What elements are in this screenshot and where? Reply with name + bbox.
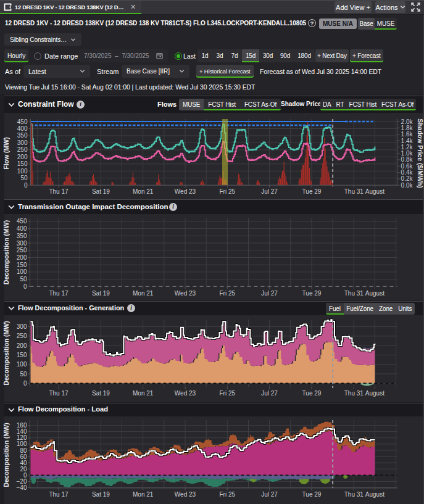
svg-text:Sat 19: Sat 19 <box>92 188 110 195</box>
svg-text:1.6k: 1.6k <box>401 131 414 138</box>
svg-text:100: 100 <box>17 440 27 447</box>
svg-text:Mon 21: Mon 21 <box>133 290 154 297</box>
svg-text:Fri 25: Fri 25 <box>220 390 236 397</box>
svg-text:Fri 25: Fri 25 <box>220 491 236 498</box>
svg-text:150: 150 <box>17 262 27 268</box>
svg-text:0.8k: 0.8k <box>401 156 414 163</box>
svg-text:Sat 19: Sat 19 <box>92 290 110 297</box>
svg-text:60: 60 <box>20 453 27 460</box>
svg-text:80: 80 <box>20 447 27 454</box>
svg-text:August: August <box>365 390 385 397</box>
svg-text:Jul 27: Jul 27 <box>261 491 278 498</box>
svg-text:August: August <box>365 290 385 297</box>
svg-text:Thu 17: Thu 17 <box>49 290 69 297</box>
svg-text:August: August <box>365 491 385 498</box>
svg-text:Mon 21: Mon 21 <box>133 491 154 498</box>
svg-text:Thu 17: Thu 17 <box>49 491 69 498</box>
svg-text:100: 100 <box>17 361 27 368</box>
svg-text:−20: −20 <box>17 478 27 485</box>
svg-text:Mon 21: Mon 21 <box>133 188 154 195</box>
svg-text:1.0k: 1.0k <box>401 150 414 157</box>
svg-text:140: 140 <box>17 428 27 435</box>
svg-text:Thu 31: Thu 31 <box>344 491 364 498</box>
svg-text:400: 400 <box>17 225 27 232</box>
svg-text:Flow (MW): Flow (MW) <box>2 137 10 169</box>
svg-text:Wed 23: Wed 23 <box>175 491 196 498</box>
svg-text:100: 100 <box>17 168 28 175</box>
svg-text:100: 100 <box>17 268 27 275</box>
svg-text:40: 40 <box>20 460 27 466</box>
svg-text:Thu 17: Thu 17 <box>49 390 69 397</box>
svg-text:Jul 27: Jul 27 <box>261 188 278 195</box>
svg-text:200: 200 <box>17 254 27 261</box>
svg-text:Thu 31: Thu 31 <box>344 390 364 397</box>
svg-text:1.4k: 1.4k <box>401 138 414 144</box>
svg-text:20: 20 <box>20 466 27 473</box>
svg-text:1.2k: 1.2k <box>401 144 414 151</box>
svg-text:August: August <box>365 188 385 195</box>
svg-text:1.8k: 1.8k <box>401 125 414 131</box>
svg-text:Thu 31: Thu 31 <box>344 290 364 297</box>
svg-text:Fri 25: Fri 25 <box>220 290 236 297</box>
svg-text:350: 350 <box>17 233 27 239</box>
svg-text:Decomposition (MW): Decomposition (MW) <box>2 321 10 385</box>
svg-text:0: 0 <box>23 472 27 479</box>
svg-text:Mon 21: Mon 21 <box>133 390 154 397</box>
svg-text:0.6k: 0.6k <box>401 163 414 170</box>
svg-text:0: 0 <box>24 182 28 189</box>
svg-text:Wed 23: Wed 23 <box>175 390 196 397</box>
svg-text:Sat 19: Sat 19 <box>92 390 110 397</box>
svg-text:Decomposition (MW): Decomposition (MW) <box>2 423 10 487</box>
svg-text:50: 50 <box>20 371 27 378</box>
svg-text:0: 0 <box>23 380 27 387</box>
svg-text:300: 300 <box>17 139 28 146</box>
svg-text:300: 300 <box>17 240 27 247</box>
svg-text:300: 300 <box>17 323 27 330</box>
svg-text:0.2k: 0.2k <box>401 175 414 182</box>
svg-text:350: 350 <box>17 132 28 139</box>
svg-text:Wed 23: Wed 23 <box>175 188 196 195</box>
svg-text:250: 250 <box>17 333 27 339</box>
svg-text:2.0k: 2.0k <box>401 118 414 125</box>
svg-text:Thu 17: Thu 17 <box>49 188 69 195</box>
svg-text:250: 250 <box>17 146 28 153</box>
svg-text:400: 400 <box>17 125 28 132</box>
svg-text:0.4k: 0.4k <box>401 169 414 176</box>
svg-text:Tue 29: Tue 29 <box>302 188 322 195</box>
svg-text:50: 50 <box>20 276 27 283</box>
svg-text:0.0k: 0.0k <box>401 182 414 189</box>
svg-text:150: 150 <box>17 352 27 358</box>
svg-text:Wed 23: Wed 23 <box>175 290 196 297</box>
svg-text:−40: −40 <box>17 484 27 491</box>
svg-text:0: 0 <box>23 283 27 290</box>
svg-text:450: 450 <box>17 118 28 125</box>
svg-text:50: 50 <box>20 175 28 181</box>
svg-text:Jul 27: Jul 27 <box>261 290 278 297</box>
svg-text:Tue 29: Tue 29 <box>302 491 322 498</box>
svg-text:450: 450 <box>17 218 27 225</box>
svg-text:200: 200 <box>17 154 28 160</box>
svg-text:Tue 29: Tue 29 <box>302 390 322 397</box>
svg-text:250: 250 <box>17 247 27 254</box>
svg-text:Thu 31: Thu 31 <box>344 188 364 195</box>
svg-text:Decomposition (MW): Decomposition (MW) <box>2 220 10 284</box>
svg-text:Sat 19: Sat 19 <box>92 491 110 498</box>
svg-text:120: 120 <box>17 434 27 441</box>
svg-text:Tue 29: Tue 29 <box>302 290 322 297</box>
svg-text:160: 160 <box>17 422 27 429</box>
svg-text:200: 200 <box>17 342 27 349</box>
svg-text:Shadow Price ($/MWh): Shadow Price ($/MWh) <box>417 118 424 188</box>
svg-text:150: 150 <box>17 160 28 167</box>
svg-text:Jul 27: Jul 27 <box>261 390 278 397</box>
svg-text:Fri 25: Fri 25 <box>220 188 236 195</box>
